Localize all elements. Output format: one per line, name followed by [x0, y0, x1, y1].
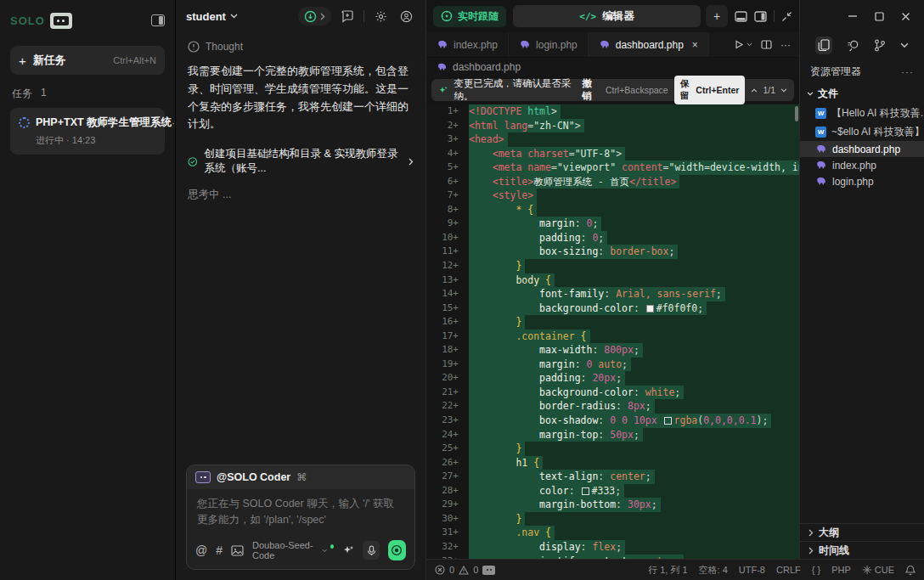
file-item-elloAI...[interactable]: W~$ello AI 科技致善】...: [800, 122, 924, 141]
code-line[interactable]: 1+<!DOCTYPE html>: [426, 104, 799, 119]
code-line[interactable]: 18+ max-width: 800px;: [426, 343, 799, 358]
split-editor-icon[interactable]: [761, 40, 772, 49]
status-item[interactable]: 空格: 4: [699, 564, 728, 577]
explorer-more-button[interactable]: ···: [901, 66, 914, 78]
next-change-icon[interactable]: [780, 88, 787, 93]
outline-section[interactable]: 大纲: [800, 523, 924, 541]
live-follow-toggle[interactable]: 实时跟随: [433, 6, 506, 27]
code-line[interactable]: 26+ h1 {: [426, 456, 799, 470]
code-line[interactable]: 13+ body {: [426, 273, 799, 288]
search-icon[interactable]: [847, 39, 859, 52]
voice-record-button[interactable]: [388, 540, 406, 560]
code-line[interactable]: 31+ .nav {: [426, 526, 799, 540]
breadcrumb[interactable]: dashboard.php: [426, 58, 799, 76]
warnings-icon[interactable]: [459, 566, 469, 575]
file-item-dashboard.php[interactable]: dashboard.php: [800, 141, 924, 157]
chat-input[interactable]: 您正在与 SOLO Coder 聊天，输入 '/' 获取更多能力，如 '/pla…: [187, 489, 414, 533]
close-tab-icon[interactable]: ×: [692, 39, 698, 51]
code-line[interactable]: 4+ <meta charset="UTF-8">: [426, 147, 799, 161]
git-branch-icon[interactable]: [874, 39, 886, 52]
code-line[interactable]: 20+ padding: 20px;: [426, 371, 799, 386]
editor-tab-dashboard.php[interactable]: dashboard.php×: [589, 32, 709, 57]
run-button[interactable]: [735, 40, 752, 49]
code-line[interactable]: 15+ background-color: #f0f0f0;: [426, 301, 799, 316]
code-line[interactable]: 16+ }: [426, 315, 799, 329]
notifications-bell-icon[interactable]: [905, 565, 916, 576]
editor-tab-index.php[interactable]: index.php: [426, 32, 509, 57]
code-line[interactable]: 2+<html lang="zh-CN">: [426, 119, 799, 133]
code-line[interactable]: 9+ margin: 0;: [426, 217, 799, 231]
file-item-login.php[interactable]: login.php: [800, 173, 924, 189]
files-section-header[interactable]: 文件: [800, 84, 924, 104]
code-line[interactable]: 5+ <meta name="viewport" content="width=…: [426, 160, 799, 175]
code-line[interactable]: 17+ .container {: [426, 329, 799, 344]
file-item-index.php[interactable]: index.php: [800, 157, 924, 173]
settings-gear-icon[interactable]: [371, 7, 390, 25]
code-line[interactable]: 14+ font-family: Arial, sans-serif;: [426, 287, 799, 301]
keep-button[interactable]: 保留 Ctrl+Enter: [674, 76, 746, 104]
status-item[interactable]: UTF-8: [739, 565, 765, 575]
code-line[interactable]: 3+<head>: [426, 132, 799, 147]
code-line[interactable]: 19+ margin: 0 auto;: [426, 358, 799, 372]
code-area[interactable]: 1+<!DOCTYPE html>2+<html lang="zh-CN">3+…: [426, 104, 799, 559]
image-attach-button[interactable]: [231, 545, 244, 556]
code-line[interactable]: 21+ background-color: white;: [426, 386, 799, 400]
new-task-button[interactable]: + 新任务 Ctrl+Alt+N: [10, 46, 165, 75]
errors-icon[interactable]: [435, 565, 445, 575]
code-line[interactable]: 11+ box-sizing: border-box;: [426, 245, 799, 259]
solo-status-badge-icon[interactable]: [482, 566, 495, 575]
code-line[interactable]: 8+ * {: [426, 203, 799, 217]
more-actions-button[interactable]: ···: [780, 39, 791, 51]
code-line[interactable]: 7+ <style>: [426, 189, 799, 203]
status-item[interactable]: { }: [812, 565, 820, 575]
tasks-header-label: 任务: [12, 87, 32, 101]
window-close-button[interactable]: [901, 12, 910, 21]
code-line[interactable]: 24+ margin-top: 50px;: [426, 428, 799, 442]
prev-change-icon[interactable]: [751, 88, 758, 93]
microphone-button[interactable]: [363, 541, 379, 560]
model-selector[interactable]: Doubao-Seed-Code: [252, 540, 334, 560]
agent-selector[interactable]: student: [186, 10, 238, 23]
status-item[interactable]: 行 1, 列 1: [648, 564, 687, 577]
scrollbar-thumb[interactable]: [795, 106, 798, 121]
expand-step-icon[interactable]: [408, 158, 414, 166]
follow-scroll-button[interactable]: [298, 7, 331, 25]
add-view-button[interactable]: +: [706, 5, 728, 27]
new-chat-button[interactable]: [338, 7, 357, 25]
code-line[interactable]: 6+ <title>教师管理系统 - 首页</title>: [426, 175, 799, 189]
enhance-sparkle-icon[interactable]: [342, 544, 354, 556]
collapse-view-icon[interactable]: [781, 11, 792, 22]
code-line[interactable]: 12+ }: [426, 259, 799, 273]
code-line[interactable]: 10+ padding: 0;: [426, 231, 799, 245]
editor-tab-login.php[interactable]: login.php: [509, 32, 589, 57]
window-minimize-button[interactable]: [848, 11, 858, 21]
file-item-HelloAI...[interactable]: W【Hello AI 科技致善...: [800, 104, 924, 122]
code-line[interactable]: 30+ }: [426, 512, 799, 527]
code-line[interactable]: 23+ box-shadow: 0 0 10px rgba(0,0,0,0.1)…: [426, 414, 799, 428]
tab-editor[interactable]: </> 编辑器: [513, 5, 701, 27]
toggle-bottom-panel-icon[interactable]: [735, 11, 747, 22]
account-icon[interactable]: [397, 7, 415, 25]
code-line[interactable]: 29+ margin-bottom: 30px;: [426, 498, 799, 512]
explorer-files-icon[interactable]: [815, 37, 832, 54]
toggle-right-panel-icon[interactable]: [754, 11, 767, 22]
code-line[interactable]: 25+ }: [426, 442, 799, 456]
code-line[interactable]: 22+ border-radius: 8px;: [426, 399, 799, 414]
code-line[interactable]: 27+ text-align: center;: [426, 470, 799, 484]
window-maximize-button[interactable]: [875, 12, 884, 21]
undo-button[interactable]: 撤销: [582, 77, 600, 103]
task-card[interactable]: PHP+TXT 教师学生管理系统 ··· 进行中 · 14:23: [10, 108, 165, 155]
code-line[interactable]: 32+ display: flex;: [426, 540, 799, 555]
status-item[interactable]: CUE: [875, 565, 894, 575]
thought-icon: [188, 41, 200, 53]
context-button[interactable]: #: [216, 543, 223, 557]
color-swatch: [582, 487, 589, 495]
collapse-sidebar-icon[interactable]: [151, 14, 165, 26]
timeline-section[interactable]: 时间线: [800, 541, 924, 559]
more-views-chevron-icon[interactable]: [900, 42, 909, 48]
code-line[interactable]: 28+ color: #333;: [426, 484, 799, 498]
mention-button[interactable]: @: [195, 543, 207, 557]
status-item[interactable]: PHP: [831, 565, 851, 575]
task-step-item[interactable]: 创建项目基础结构和目录 & 实现教师登录系统（账号...: [176, 137, 425, 176]
status-item[interactable]: CRLF: [776, 565, 801, 575]
